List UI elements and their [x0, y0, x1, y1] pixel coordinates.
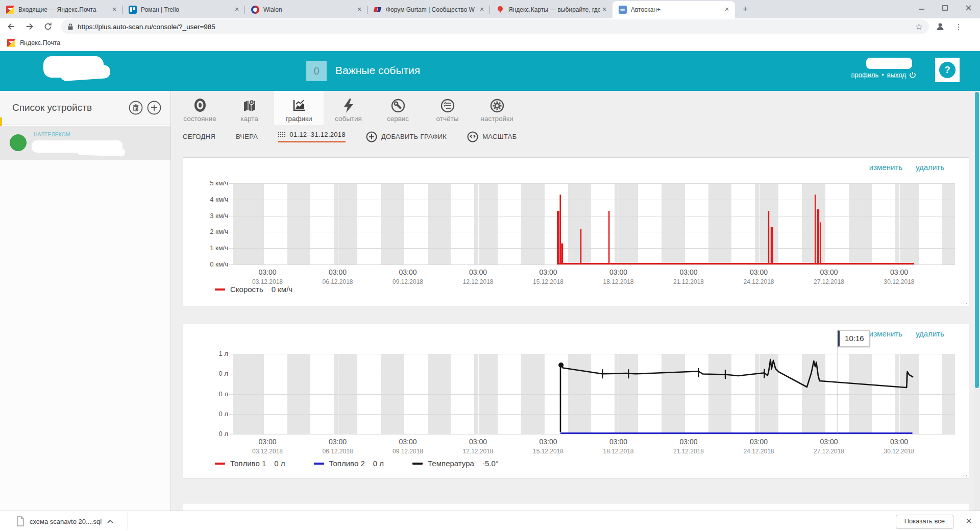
tab-status[interactable]: состояние — [175, 91, 225, 125]
y-tick-label: 0 л — [219, 430, 228, 438]
tab-label: настройки — [481, 115, 513, 123]
profile-row: профиль • выход — [851, 71, 916, 79]
tab-settings[interactable]: настройки — [472, 91, 522, 125]
x-tick: 03:0027.12.2018 — [798, 268, 860, 285]
tab-gurtam-forum[interactable]: Форум Gurtam | Сообщество W × — [368, 1, 490, 18]
x-tick: 03:0027.12.2018 — [798, 438, 860, 455]
tab-title: Форум Gurtam | Сообщество W — [386, 6, 478, 13]
speed-plot-area[interactable] — [233, 183, 955, 264]
tab-label: сервис — [387, 115, 409, 123]
close-download-bar-icon[interactable]: × — [966, 515, 972, 527]
x-tick: 03:0003.12.2018 — [237, 268, 298, 285]
tab-title: Автоскан+ — [631, 6, 723, 13]
maximize-button[interactable] — [933, 0, 957, 15]
tab-title: Роман | Trello — [141, 6, 233, 13]
tab-close-icon[interactable]: × — [110, 6, 118, 14]
legend-label: Температура — [428, 459, 474, 468]
delete-chart-link[interactable]: удалить — [916, 163, 944, 172]
back-button[interactable] — [4, 19, 18, 34]
redacted-logo-blob — [60, 65, 111, 82]
y-tick-label: 0 км/ч — [210, 260, 228, 268]
logout-link[interactable]: выход — [887, 71, 906, 79]
x-tick: 03:0015.12.2018 — [518, 438, 579, 455]
legend-value: 0 л — [373, 459, 384, 468]
new-tab-button[interactable]: + — [738, 3, 752, 17]
legend-label: Топливо 1 — [230, 459, 266, 468]
device-list-item[interactable]: НАВТЕЛЕКОМ — [0, 126, 170, 160]
wialon-favicon — [251, 6, 259, 14]
redacted-username-blob — [866, 58, 912, 69]
tab-close-icon[interactable]: × — [478, 6, 486, 14]
bookmark-yandex-mail[interactable]: Яндекс.Почта — [7, 39, 60, 47]
x-tick: 03:0015.12.2018 — [518, 268, 579, 285]
tab-close-icon[interactable]: × — [355, 6, 363, 14]
help-button[interactable]: ? — [935, 58, 960, 82]
grid-hline — [229, 264, 955, 265]
show-all-downloads-button[interactable]: Показать все — [896, 515, 953, 529]
minimize-button[interactable] — [910, 0, 933, 15]
main-content: состояние карта — [172, 91, 974, 511]
gear-icon — [489, 98, 505, 114]
delete-chart-link[interactable]: удалить — [916, 329, 944, 338]
panel-resize-handle[interactable] — [961, 298, 967, 304]
tab-close-icon[interactable]: × — [233, 6, 241, 14]
filter-date-range[interactable]: 01.12–31.12.2018 — [278, 131, 346, 142]
add-device-icon[interactable] — [147, 101, 161, 115]
delete-device-icon[interactable] — [129, 101, 143, 115]
plus-circle-icon — [366, 131, 377, 142]
legend-value: -5.0° — [482, 459, 499, 468]
downloaded-file-item[interactable]: схема scanavto 20....sql — [9, 511, 121, 531]
file-icon — [16, 516, 24, 526]
map-icon — [241, 98, 258, 114]
question-icon: ? — [939, 62, 955, 78]
tab-wialon[interactable]: Wialon × — [245, 1, 368, 18]
power-icon — [909, 71, 916, 79]
edit-chart-link[interactable]: изменить — [869, 329, 902, 338]
filter-today[interactable]: СЕГОДНЯ — [183, 133, 215, 140]
tab-events[interactable]: события — [324, 91, 373, 125]
tab-charts-active[interactable]: графики — [274, 91, 324, 125]
tab-yandex-maps[interactable]: Яндекс.Карты — выбирайте, где × — [490, 1, 612, 18]
tab-label: события — [335, 115, 362, 123]
x-tick: 03:0021.12.2018 — [658, 268, 719, 285]
tab-map[interactable]: карта — [225, 91, 274, 125]
fuel-temp-plot-area[interactable] — [233, 354, 955, 434]
panel-actions: изменить удалить — [869, 163, 944, 172]
chart-panel-speed: изменить удалить 5 км/ч4 км/ч3 км/ч2 км/… — [183, 157, 969, 306]
y-tick-label: 0 л — [219, 410, 228, 418]
reload-button[interactable] — [41, 19, 55, 34]
tire-status-icon — [192, 98, 208, 114]
tab-label: графики — [285, 115, 312, 123]
legend-dash-fuel2 — [314, 463, 324, 465]
profile-link[interactable]: профиль — [851, 71, 878, 79]
edit-chart-link[interactable]: изменить — [869, 163, 902, 172]
x-tick: 03:0021.12.2018 — [658, 438, 719, 455]
profile-avatar-icon[interactable] — [933, 19, 947, 34]
filter-yesterday[interactable]: ВЧЕРА — [236, 133, 258, 140]
tab-trello[interactable]: Роман | Trello × — [122, 1, 245, 18]
scrollbar-thumb[interactable] — [975, 92, 979, 388]
device-status-indicator — [10, 134, 27, 151]
download-separator — [128, 513, 128, 529]
close-window-button[interactable] — [957, 0, 980, 15]
tab-close-icon[interactable]: × — [723, 6, 731, 14]
device-vendor-label: НАВТЕЛЕКОМ — [34, 132, 70, 137]
tab-autoscan-active[interactable]: Автоскан+ × — [612, 1, 735, 18]
browser-menu-icon[interactable]: ⋮ — [951, 19, 966, 34]
url-field[interactable]: https://plus.auto-scan.ru/console/?_user… — [61, 19, 929, 34]
app-header: 0 Важные события профиль • выход ? — [0, 51, 980, 91]
panel-actions: изменить удалить — [869, 329, 944, 338]
bookmark-star-icon[interactable]: ☆ — [915, 21, 923, 32]
page-scrollbar — [974, 91, 980, 511]
tab-service[interactable]: сервис — [373, 91, 423, 125]
forward-button[interactable] — [22, 19, 37, 34]
add-chart-button[interactable]: ДОБАВИТЬ ГРАФИК — [366, 131, 447, 142]
chevron-up-icon[interactable] — [107, 519, 114, 524]
panel-resize-handle[interactable] — [961, 470, 967, 476]
x-tick: 03:0003.12.2018 — [237, 438, 298, 455]
tab-yandex-mail[interactable]: Входящие — Яндекс.Почта × — [0, 1, 122, 18]
tab-reports[interactable]: отчёты — [423, 91, 472, 125]
scale-button[interactable]: МАСШТАБ — [467, 131, 517, 142]
tab-close-icon[interactable]: × — [600, 6, 608, 14]
legend-dash-fuel1 — [215, 463, 225, 465]
